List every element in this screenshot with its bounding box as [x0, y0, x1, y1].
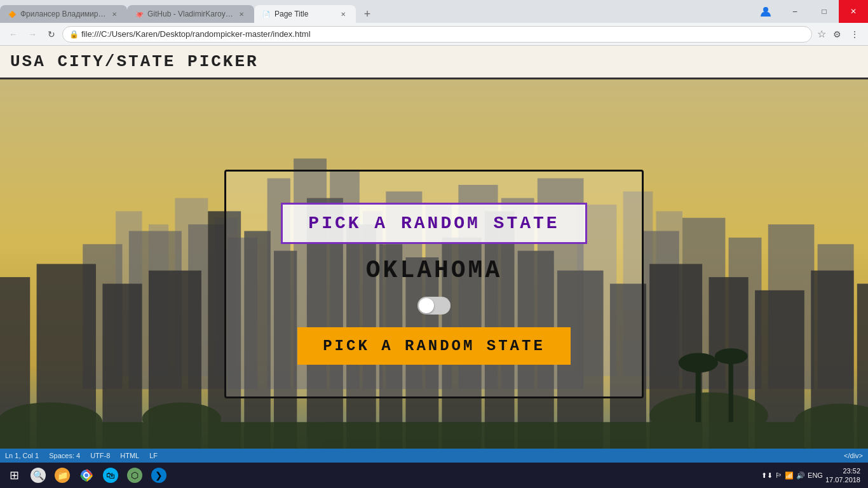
taskbar-search[interactable]: 🔍 [27, 464, 50, 487]
picker-card: PICK A RANDOM STATE OKLAHOMA PICK A RAND… [224, 170, 644, 398]
svg-point-56 [715, 348, 748, 364]
status-spaces: Spaces: 4 [49, 452, 80, 459]
status-position: Ln 1, Col 1 [5, 452, 39, 459]
tab-2[interactable]: 🐙 GitHub - VladimirKaroya... ✕ [127, 5, 254, 23]
tab-3-title: Page Title [275, 10, 336, 18]
svg-point-59 [85, 473, 88, 477]
status-encoding: UTF-8 [90, 452, 110, 459]
svg-rect-55 [729, 356, 733, 423]
nodejs-icon: ⬡ [127, 468, 142, 483]
status-bar: Ln 1, Col 1 Spaces: 4 UTF-8 HTML LF </di… [0, 449, 868, 463]
close-button[interactable]: ✕ [839, 0, 868, 23]
url-text: file:///C:/Users/Karen/Desktop/randompic… [81, 29, 805, 39]
taskbar-store[interactable]: 🛍 [99, 464, 122, 487]
explorer-icon: 📁 [55, 468, 70, 483]
state-label-text: PICK A RANDOM STATE [308, 214, 559, 233]
tab-3-close[interactable]: ✕ [338, 9, 348, 19]
tab-2-favicon: 🐙 [135, 10, 144, 18]
browser-frame: 🔶 Фрилансер Владимир К... ✕ 🐙 GitHub - V… [0, 0, 868, 488]
new-tab-button[interactable]: + [358, 5, 376, 23]
taskbar: ⊞ 🔍 📁 [0, 463, 868, 488]
svg-point-51 [649, 393, 768, 439]
taskbar-flag: 🏳 [775, 471, 782, 479]
start-button[interactable]: ⊞ [3, 464, 25, 487]
taskbar-explorer[interactable]: 📁 [51, 464, 74, 487]
svg-point-50 [142, 402, 221, 435]
chrome-icon [79, 468, 94, 483]
svg-point-49 [0, 402, 102, 442]
toggle-container [417, 297, 451, 315]
tab-2-close[interactable]: ✕ [236, 9, 247, 19]
page-header: USA CITY/STATE PICKER [0, 46, 868, 79]
status-divtag: </div> [844, 452, 863, 459]
store-icon: 🛍 [103, 468, 118, 483]
tab-1-favicon: 🔶 [8, 10, 17, 18]
pick-btn-text: PICK A RANDOM STATE [323, 337, 545, 355]
toolbar-icons: ⚙ ⋮ [829, 26, 863, 43]
profile-icon[interactable] [751, 0, 780, 23]
taskbar-date: 17.07.2018 [825, 475, 860, 484]
back-button[interactable]: ← [5, 26, 22, 43]
taskbar-chrome[interactable] [75, 464, 98, 487]
taskbar-network: 📶 [785, 471, 794, 480]
taskbar-time-display: 23:52 17.07.2018 [825, 466, 860, 485]
svg-point-54 [679, 353, 718, 372]
page-title: USA CITY/STATE PICKER [10, 52, 858, 71]
url-bar[interactable]: 🔒 file:///C:/Users/Karen/Desktop/randomp… [62, 26, 812, 43]
window-controls: – □ ✕ [751, 0, 868, 23]
toggle-knob [419, 298, 434, 313]
pick-random-state-button[interactable]: PICK A RANDOM STATE [297, 327, 571, 365]
tab-3-favicon: 📄 [262, 10, 271, 18]
status-mode: LF [149, 452, 158, 459]
page-content: USA CITY/STATE PICKER [0, 46, 868, 488]
taskbar-volume: 🔊 [796, 471, 805, 480]
minimize-button[interactable]: – [780, 0, 810, 23]
tab-3[interactable]: 📄 Page Title ✕ [254, 5, 356, 23]
bookmark-icon[interactable]: ☆ [817, 28, 826, 40]
taskbar-time: 23:52 [825, 466, 860, 475]
reload-button[interactable]: ↻ [43, 26, 60, 43]
vscode-icon: ❯ [151, 468, 166, 483]
taskbar-lang: ENG [808, 471, 823, 479]
lock-icon: 🔒 [69, 30, 79, 39]
status-type: HTML [120, 452, 139, 459]
tab-bar: 🔶 Фрилансер Владимир К... ✕ 🐙 GitHub - V… [0, 0, 868, 23]
menu-icon[interactable]: ⋮ [846, 26, 863, 43]
tab-1-close[interactable]: ✕ [109, 9, 119, 19]
state-label-box: PICK A RANDOM STATE [281, 203, 587, 244]
tab-1-title: Фрилансер Владимир К... [20, 10, 107, 18]
maximize-button[interactable]: □ [810, 0, 839, 23]
taskbar-nodejs[interactable]: ⬡ [123, 464, 146, 487]
toggle-switch[interactable] [417, 297, 451, 315]
search-taskbar-icon: 🔍 [31, 468, 46, 483]
bg-area: PICK A RANDOM STATE OKLAHOMA PICK A RAND… [0, 79, 868, 488]
taskbar-right: ⬆⬇ 🏳 📶 🔊 ENG 23:52 17.07.2018 [761, 466, 865, 485]
extensions-icon[interactable]: ⚙ [829, 26, 845, 43]
address-bar: ← → ↻ 🔒 file:///C:/Users/Karen/Desktop/r… [0, 23, 868, 46]
state-result: OKLAHOMA [366, 257, 502, 284]
tab-1[interactable]: 🔶 Фрилансер Владимир К... ✕ [0, 5, 127, 23]
tab-2-title: GitHub - VladimirKaroya... [147, 10, 234, 18]
svg-point-0 [763, 7, 768, 12]
forward-button[interactable]: → [24, 26, 41, 43]
taskbar-vscode[interactable]: ❯ [147, 464, 170, 487]
taskbar-arrows: ⬆⬇ [761, 471, 773, 480]
